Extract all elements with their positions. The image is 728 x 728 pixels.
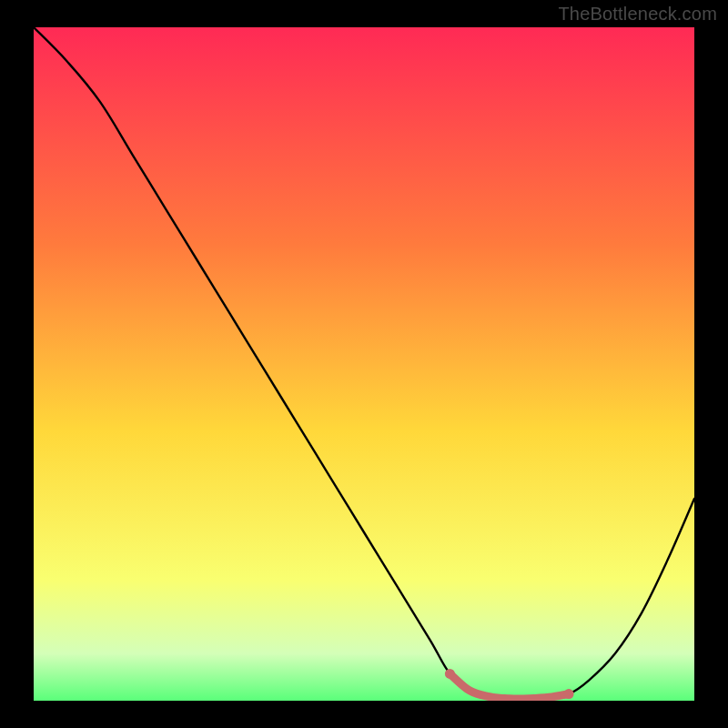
chart-frame: TheBottleneck.com xyxy=(0,0,728,728)
highlight-end-dot xyxy=(564,689,574,699)
plot-area xyxy=(34,27,694,701)
chart-svg xyxy=(34,27,694,701)
watermark-text: TheBottleneck.com xyxy=(558,4,717,25)
gradient-background xyxy=(34,27,694,701)
highlight-start-dot xyxy=(445,669,455,679)
